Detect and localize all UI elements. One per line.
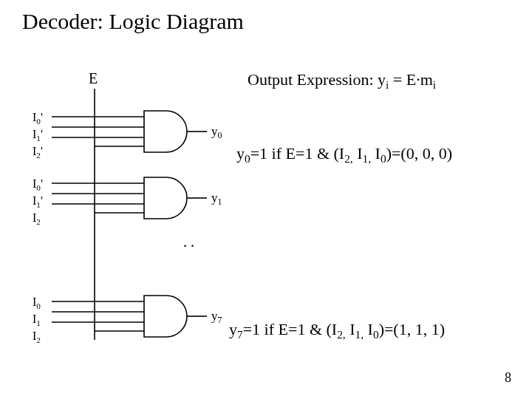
ellipsis: . . <box>183 236 194 247</box>
condition-y0: y0=1 if E=1 & (I2, I1, I0)=(0, 0, 0) <box>236 144 452 166</box>
condition-y7: y7=1 if E=1 & (I2, I1, I0)=(1, 1, 1) <box>229 320 445 341</box>
gate7-output: y7 <box>211 309 222 326</box>
gate1-output: y1 <box>211 191 222 208</box>
gate0-inputs: I0'I1'I2' <box>33 111 43 163</box>
gate0-output: y0 <box>211 124 222 141</box>
gate7-inputs: I0I1I2 <box>33 296 41 347</box>
gate1-inputs: I0'I1'I2 <box>33 177 43 229</box>
page-number: 8 <box>505 370 511 386</box>
